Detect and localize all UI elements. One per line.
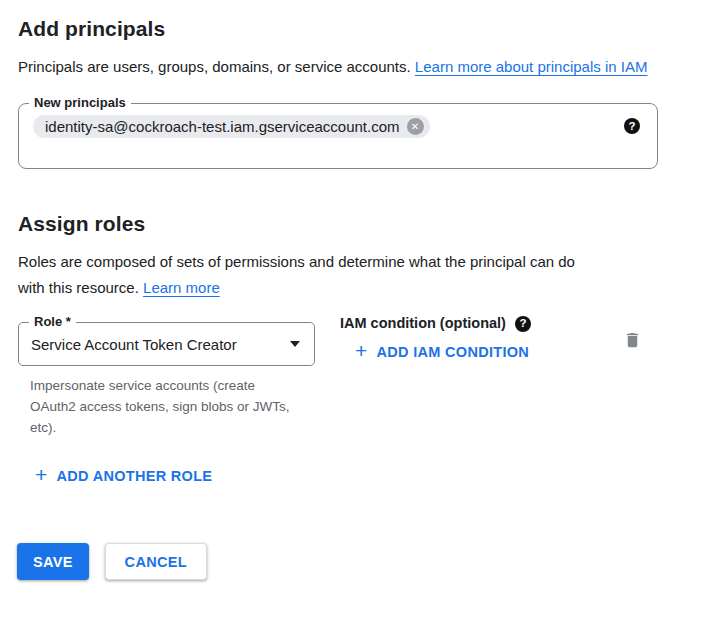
add-iam-condition-button[interactable]: + ADD IAM CONDITION [355,344,529,360]
learn-more-principals-link[interactable]: Learn more about principals in IAM [415,58,648,75]
role-row: Role * Service Account Token Creator Imp… [18,315,658,438]
role-select-value: Service Account Token Creator [31,336,237,353]
principal-chip-text: identity-sa@cockroach-test.iam.gservicea… [45,118,400,135]
role-column: Role * Service Account Token Creator Imp… [18,315,315,438]
trash-icon [623,338,642,353]
chip-remove-icon[interactable]: ✕ [407,118,424,135]
role-select[interactable]: Role * Service Account Token Creator [18,322,315,366]
iam-condition-label-row: IAM condition (optional) ? [340,315,531,332]
principal-chip: identity-sa@cockroach-test.iam.gservicea… [33,115,430,138]
plus-icon: + [35,467,48,483]
add-another-role-button[interactable]: + ADD ANOTHER ROLE [35,468,212,484]
iam-condition-label: IAM condition (optional) [340,315,506,332]
add-principals-panel: Add principals Principals are users, gro… [0,0,713,580]
new-principals-field[interactable]: New principals identity-sa@cockroach-tes… [18,103,658,169]
dropdown-arrow-icon [290,341,300,347]
add-another-role-label: ADD ANOTHER ROLE [57,468,213,484]
assign-roles-title: Assign roles [18,211,713,236]
iam-condition-help-icon[interactable]: ? [515,316,531,332]
action-buttons: SAVE CANCEL [18,543,713,580]
add-iam-condition-label: ADD IAM CONDITION [377,344,530,360]
plus-icon: + [355,343,368,359]
new-principals-label: New principals [29,95,131,111]
cancel-button[interactable]: CANCEL [105,543,207,580]
roles-description: Roles are composed of sets of permission… [18,249,603,301]
principals-description: Principals are users, groups, domains, o… [18,54,648,80]
roles-description-text: Roles are composed of sets of permission… [18,253,575,296]
role-helper-text: Impersonate service accounts (create OAu… [30,375,290,438]
new-principals-help-icon[interactable]: ? [624,118,640,134]
page-title: Add principals [18,16,713,41]
learn-more-roles-link[interactable]: Learn more [143,279,220,296]
role-select-label: Role * [29,314,76,330]
principals-description-text: Principals are users, groups, domains, o… [18,58,411,75]
save-button[interactable]: SAVE [17,543,89,580]
iam-condition-column: IAM condition (optional) ? + ADD IAM CON… [340,315,531,363]
delete-role-button[interactable] [621,328,644,352]
